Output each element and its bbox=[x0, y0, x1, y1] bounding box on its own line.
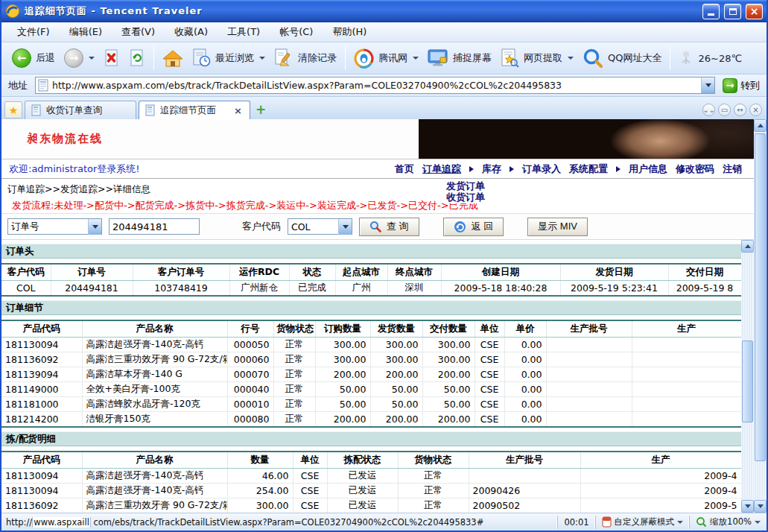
order-number-input[interactable] bbox=[109, 218, 200, 235]
extract-button[interactable]: 网页提取 bbox=[496, 46, 578, 70]
menu-item-help[interactable]: 帮助(H) bbox=[323, 22, 376, 42]
table-cell bbox=[546, 397, 632, 412]
column-header: 客户代码 bbox=[1, 264, 51, 281]
clear-history-icon bbox=[274, 48, 293, 68]
scroll-up-button[interactable] bbox=[741, 240, 754, 253]
clear-history-label: 清除记录 bbox=[298, 51, 337, 65]
menu-item-tools[interactable]: 工具(T) bbox=[218, 22, 270, 42]
capture-screen-label: 捕捉屏幕 bbox=[453, 51, 492, 65]
nav-item-system-config[interactable]: 系统配置 bbox=[569, 162, 608, 176]
menu-item-file[interactable]: 文件(F) bbox=[7, 22, 60, 42]
table-cell: 已完成 bbox=[289, 281, 335, 297]
collapse-tabs-button[interactable]: ⌄⌄ bbox=[702, 104, 715, 116]
table-cell: 300.00 bbox=[315, 338, 370, 352]
go-label: 转到 bbox=[740, 79, 760, 92]
home-button[interactable] bbox=[158, 47, 188, 70]
menu-item-favorites[interactable]: 收藏(A) bbox=[165, 22, 218, 42]
scroll-thumb[interactable] bbox=[742, 341, 753, 422]
menu-item-account[interactable]: 帐号(C) bbox=[270, 22, 323, 42]
nav-item-home[interactable]: 首页 bbox=[395, 162, 414, 176]
subnav-item-ship-order[interactable]: 发货订单 bbox=[446, 180, 485, 191]
table-row: 181130094高露洁超强牙膏-140克-高钙254.00CSE已发运正常20… bbox=[1, 484, 741, 498]
table-cell bbox=[632, 352, 741, 367]
table-cell: 2009-5-19 8 bbox=[668, 281, 741, 297]
table-cell: 已发运 bbox=[327, 484, 398, 498]
table-cell: 正常 bbox=[398, 484, 469, 498]
welcome-text: 欢迎:administrator登录系统! bbox=[9, 162, 140, 176]
search-field-select[interactable]: 订单号 bbox=[7, 218, 102, 235]
table-cell: 2009-5 bbox=[580, 498, 741, 513]
go-button[interactable]: → 转到 bbox=[720, 77, 763, 94]
qq-sites-icon bbox=[583, 48, 603, 69]
nav-item-logout[interactable]: 注销 bbox=[723, 162, 742, 176]
return-button[interactable]: 返 回 bbox=[443, 218, 504, 236]
scroll-track[interactable] bbox=[754, 132, 767, 500]
forward-button[interactable]: → bbox=[60, 46, 99, 70]
table-cell: 181136092 bbox=[1, 352, 82, 367]
scroll-down-button[interactable] bbox=[754, 500, 767, 513]
minimize-button[interactable] bbox=[702, 4, 720, 19]
scroll-track[interactable] bbox=[741, 253, 754, 500]
scroll-down-button[interactable] bbox=[741, 500, 754, 513]
menubar: 文件(F) 编辑(E) 查看(V) 收藏(A) 工具(T) 帐号(C) 帮助(H… bbox=[1, 22, 767, 42]
column-header: 数量 bbox=[227, 452, 293, 469]
table-cell: 000070 bbox=[227, 367, 273, 382]
address-url[interactable]: http://www.aspxam.com/ebs/track/TrackDet… bbox=[52, 80, 698, 91]
close-tabs-button[interactable]: × bbox=[749, 104, 762, 116]
close-button[interactable]: × bbox=[746, 4, 763, 19]
table-cell: 200.00 bbox=[370, 367, 422, 382]
tab-close-icon[interactable]: × bbox=[232, 105, 244, 116]
scroll-up-button[interactable] bbox=[754, 119, 767, 132]
table-cell: 300.00 bbox=[315, 352, 370, 367]
table-cell: 300.00 bbox=[370, 338, 422, 352]
stop-button[interactable] bbox=[99, 46, 124, 70]
subnav-item-receive-order[interactable]: 收货订单 bbox=[446, 191, 485, 203]
menu-item-view[interactable]: 查看(V) bbox=[112, 22, 165, 42]
tab-track-detail[interactable]: 追踪细节页面 × bbox=[139, 101, 250, 119]
query-button[interactable]: 查 询 bbox=[359, 218, 419, 236]
nav-item-order-track[interactable]: 订单追踪 bbox=[422, 162, 461, 176]
nav-item-user-info[interactable]: 用户信息 bbox=[629, 162, 667, 176]
table-row: 181181000高露洁蜂胶水晶牙膏-120克000010正常50.0050.0… bbox=[1, 397, 741, 412]
recent-dropdown-icon bbox=[259, 57, 265, 60]
capture-screen-button[interactable]: 捕捉屏幕 bbox=[423, 46, 496, 70]
tab-list-button[interactable]: ▭ bbox=[718, 104, 731, 116]
scroll-thumb[interactable] bbox=[755, 133, 766, 461]
tab-switch-button[interactable]: ↔ bbox=[734, 104, 746, 116]
tencent-button[interactable]: 腾讯网 bbox=[349, 46, 423, 71]
table-row: 181139094高露洁草本牙膏-140 G000070正常200.00200.… bbox=[1, 367, 741, 382]
table-cell: 181139094 bbox=[1, 367, 82, 382]
address-dropdown-button[interactable] bbox=[701, 77, 714, 93]
qq-sites-button[interactable]: QQ网址大全 bbox=[578, 45, 666, 71]
page-scrollbar[interactable] bbox=[754, 119, 767, 513]
clear-history-button[interactable]: 清除记录 bbox=[270, 46, 341, 70]
nav-item-inventory[interactable]: 库存 bbox=[482, 162, 501, 176]
block-mode-control[interactable]: 自定义屏蔽模式 bbox=[595, 516, 690, 529]
table-cell: CSE bbox=[475, 367, 504, 382]
favorites-button[interactable]: ★ bbox=[4, 101, 22, 118]
tab-bar: ★ 收货订单查询 追踪细节页面 × + ⌄⌄ ▭ ↔ × bbox=[1, 97, 767, 119]
refresh-button[interactable] bbox=[124, 46, 150, 70]
customer-code-select[interactable]: COL bbox=[288, 218, 352, 235]
tab-receive-order-query[interactable]: 收货订单查询 bbox=[25, 101, 136, 119]
new-tab-button[interactable]: + bbox=[253, 101, 269, 118]
nav-item-change-password[interactable]: 修改密码 bbox=[676, 162, 714, 176]
inner-scrollbar[interactable] bbox=[741, 240, 754, 513]
nav-item-order-entry[interactable]: 订单录入 bbox=[522, 162, 561, 176]
zoom-control[interactable]: 缩放100% bbox=[689, 516, 767, 529]
column-header: 生产批号 bbox=[546, 320, 632, 338]
menu-item-edit[interactable]: 编辑(E) bbox=[60, 22, 112, 42]
toolbar-separator bbox=[345, 46, 346, 70]
recent-browse-button[interactable]: 最近浏览 bbox=[188, 46, 270, 70]
weather-widget[interactable]: 26~28℃ bbox=[674, 48, 746, 69]
section-order-header: 订单头 bbox=[1, 244, 741, 259]
status-time: 00:01 bbox=[557, 516, 594, 529]
show-miv-button[interactable]: 显示 MIV bbox=[527, 218, 588, 236]
table-cell: 0.00 bbox=[504, 382, 546, 397]
order-detail-table: 产品代码产品名称行号货物状态订购数量发货数量交付数量单位单价生产批号生产1811… bbox=[1, 320, 741, 428]
maximize-button[interactable] bbox=[724, 4, 741, 19]
table-cell: CSE bbox=[475, 352, 504, 367]
back-button[interactable]: ← 后退 bbox=[7, 46, 60, 70]
titlebar: 追踪细节页面 - Tencent Traveler × bbox=[1, 0, 767, 22]
address-field[interactable]: http://www.aspxam.com/ebs/track/TrackDet… bbox=[35, 77, 715, 94]
